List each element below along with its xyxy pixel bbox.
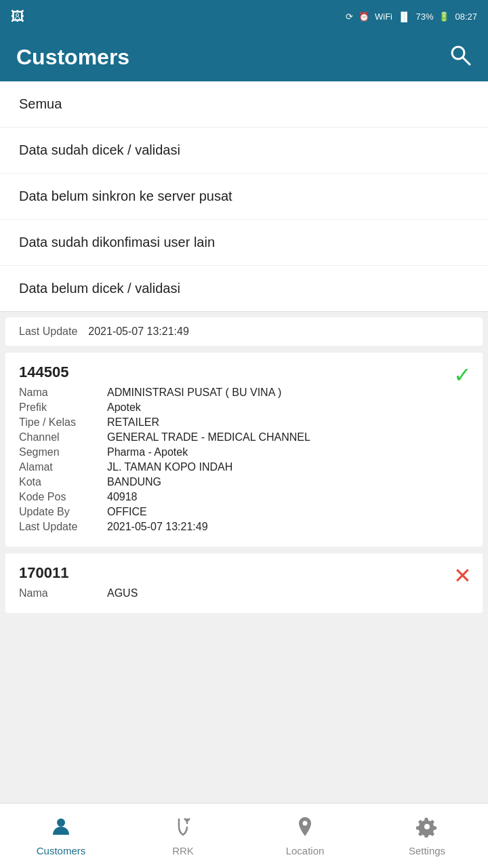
status-bar: 🖼 ⟳ ⏰ WiFi ▐▌ 73% 🔋 08:27 (0, 0, 488, 33)
content-area: Last Update 2021-05-07 13:21:49 144505 ✓… (0, 312, 488, 625)
svg-line-1 (463, 58, 470, 64)
alarm-icon: ⏰ (359, 12, 369, 22)
fork-icon (172, 816, 194, 842)
app-header: Customers (0, 33, 488, 81)
check-icon-0: ✓ (453, 362, 472, 388)
field-channel: Channel GENERAL TRADE - MEDICAL CHANNEL (19, 431, 469, 443)
svg-point-2 (57, 818, 65, 827)
last-update-value: 2021-05-07 13:21:49 (88, 326, 189, 338)
field-nama-1: Nama AGUS (19, 587, 469, 599)
search-button[interactable] (449, 43, 472, 71)
field-alamat: Alamat JL. TAMAN KOPO INDAH (19, 461, 469, 473)
page-title: Customers (16, 45, 129, 70)
customer-card-0[interactable]: 144505 ✓ Nama ADMINISTRASI PUSAT ( BU VI… (5, 353, 483, 547)
field-last-update: Last Update 2021-05-07 13:21:49 (19, 521, 469, 533)
gear-icon (416, 816, 438, 842)
nav-settings[interactable]: Settings (366, 804, 488, 868)
field-segmen: Segmen Pharma - Apotek (19, 446, 469, 458)
clock: 08:27 (455, 12, 477, 22)
filter-dikonfimasi[interactable]: Data sudah dikonfimasi user lain (0, 220, 488, 266)
field-nama: Nama ADMINISTRASI PUSAT ( BU VINA ) (19, 387, 469, 399)
customer-id-0: 144505 (19, 363, 469, 381)
bottom-nav: Customers RRK Location (0, 803, 488, 868)
signal-icon: ▐▌ (398, 12, 410, 22)
wifi-icon: WiFi (375, 12, 392, 22)
status-right: ⟳ ⏰ WiFi ▐▌ 73% 🔋 08:27 (346, 12, 477, 22)
status-icon: 🖼 (11, 9, 24, 24)
field-update-by: Update By OFFICE (19, 506, 469, 518)
customer-card-1[interactable]: 170011 ✕ Nama AGUS (5, 553, 483, 613)
pre-card-update: Last Update 2021-05-07 13:21:49 (5, 317, 483, 346)
nav-customers[interactable]: Customers (0, 804, 122, 868)
filter-dicek[interactable]: Data sudah dicek / validasi (0, 127, 488, 174)
field-tipe-kelas: Tipe / Kelas RETAILER (19, 416, 469, 429)
filter-sinkron[interactable]: Data belum sinkron ke server pusat (0, 174, 488, 220)
customer-id-1: 170011 (19, 564, 469, 582)
nav-settings-label: Settings (409, 845, 445, 856)
svg-point-6 (424, 824, 430, 829)
filter-semua[interactable]: Semua (0, 81, 488, 127)
svg-point-5 (303, 821, 308, 825)
nav-rrk-label: RRK (172, 845, 194, 856)
location-icon (294, 816, 316, 842)
nav-location-label: Location (286, 845, 325, 856)
person-icon (50, 816, 72, 842)
field-kode-pos: Kode Pos 40918 (19, 491, 469, 503)
field-prefik: Prefik Apotek (19, 401, 469, 414)
filter-dropdown: Semua Data sudah dicek / validasi Data b… (0, 81, 488, 312)
battery-percent: 73% (415, 12, 433, 22)
nav-customers-label: Customers (37, 845, 86, 856)
cross-icon-1: ✕ (453, 563, 472, 589)
last-update-label: Last Update (19, 326, 77, 338)
nav-rrk[interactable]: RRK (122, 804, 244, 868)
nav-location[interactable]: Location (244, 804, 366, 868)
rotate-icon: ⟳ (346, 12, 353, 22)
field-kota: Kota BANDUNG (19, 476, 469, 488)
battery-icon: 🔋 (439, 12, 449, 22)
filter-belum-dicek[interactable]: Data belum dicek / validasi (0, 266, 488, 311)
